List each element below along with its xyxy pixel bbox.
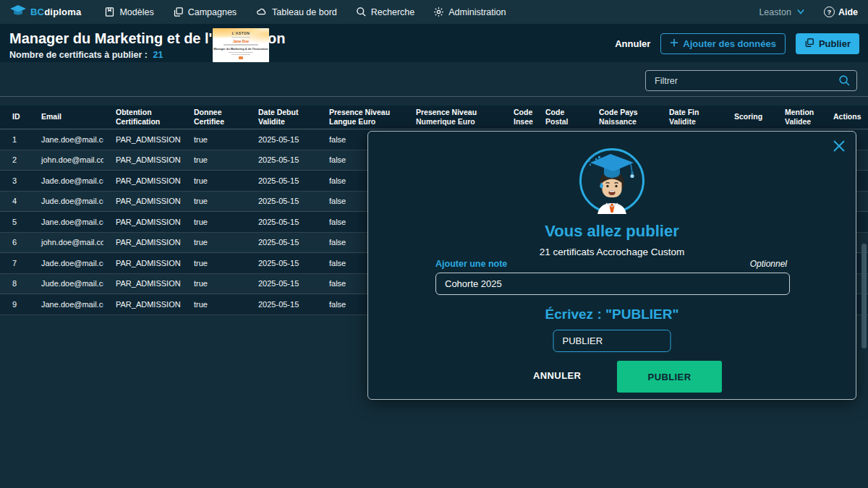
graduate-avatar [579,147,645,217]
modal-publish-button[interactable]: PUBLIER [617,361,722,393]
brand-logo[interactable]: BCdiploma [10,5,81,19]
cell-donnee: true [182,233,246,253]
certificate-decoration-line [229,52,253,53]
modal-title: Vous allez publier [368,222,856,241]
publish-header-button[interactable]: Publier [796,33,859,54]
table-header-row: ID Email Obtention Certification Donnee … [0,106,868,129]
cell-obtention: PAR_ADMISSION [103,171,182,191]
book-icon [104,7,115,17]
gear-icon [433,7,444,17]
column-header-code-insee: Code Insee [501,106,533,129]
cell-donnee: true [182,192,246,212]
filter-search-icon[interactable] [838,74,851,90]
cell-id: 7 [0,253,29,273]
column-header-actions: Actions [821,106,868,129]
nav-right-group: Leaston ? Aide [759,7,858,17]
cell-email: Jane.doe@mail.com [29,294,103,314]
publish-confirmation-modal: Vous allez publier 21 certificats Accroc… [367,131,856,400]
column-header-scoring: Scoring [722,106,773,129]
nav-item-administration[interactable]: Administration [433,7,506,17]
top-navbar: BCdiploma Modèles Campagnes Tableau de b… [0,0,868,24]
cell-email: Jade.doe@mail.com [29,171,103,191]
column-header-code-postal: Code Postal [533,106,587,129]
nav-item-tableau-de-bord[interactable]: Tableau de bord [255,7,337,17]
modal-cancel-button[interactable]: ANNULER [533,370,581,381]
cell-id: 4 [0,192,29,212]
certificates-count-value: 21 [153,50,163,60]
modal-subtitle: 21 certificats Accrochage Custom [368,247,856,257]
certificate-holder-name: Jane Doe [213,39,269,43]
cell-date-debut: 2025-05-15 [246,150,317,171]
certificate-decoration-line [231,37,250,38]
cell-donnee: true [182,294,246,314]
cell-id: 3 [0,171,29,191]
cell-email: Jane.doe@mail.com [29,129,103,150]
account-menu[interactable]: Leaston [759,7,804,17]
certificates-count-label: Nombre de certificats à publier : [9,50,148,60]
cell-donnee: true [182,171,246,191]
cell-obtention: PAR_ADMISSION [103,129,182,150]
cloud-icon [255,7,268,17]
confirm-instruction: Écrivez : "PUBLIER" [368,307,856,322]
nav-item-campagnes[interactable]: Campagnes [173,7,237,17]
column-header-date-fin: Date Fin Validite [657,106,722,129]
cell-date-debut: 2025-05-15 [246,233,317,253]
certificate-decoration-line [224,44,258,46]
certificates-count: Nombre de certificats à publier : 21 [9,50,163,60]
cancel-button[interactable]: Annuler [615,38,650,49]
close-icon[interactable] [832,139,846,153]
publish-header-label: Publier [819,38,851,49]
add-data-button[interactable]: Ajouter des données [660,33,786,54]
cell-date-debut: 2025-05-15 [246,171,317,191]
nav-item-label: Tableau de bord [272,7,337,17]
cell-obtention: PAR_ADMISSION [103,233,182,253]
cell-donnee: true [182,274,246,294]
cell-email: Jade.doe@mail.com [29,253,103,273]
cell-obtention: PAR_ADMISSION [103,212,182,232]
certificate-thumbnail[interactable]: L'ASTON Jane Doe Manager du Marketing & … [213,28,269,62]
brand-name: BCdiploma [30,7,81,17]
cell-id: 9 [0,294,29,314]
note-input[interactable] [435,273,790,295]
optional-label: Optionnel [750,259,787,269]
cell-obtention: PAR_ADMISSION [103,274,182,294]
chevron-down-icon [796,7,805,17]
cell-email: Jane.doe@mail.com [29,212,103,232]
column-header-presence-langue: Presence Niveau Langue Euro [317,106,404,129]
nav-item-modeles[interactable]: Modèles [104,7,153,17]
header-actions: Annuler Ajouter des données Publier [615,33,859,54]
nav-item-label: Administration [448,7,506,17]
cell-date-debut: 2025-05-15 [246,294,317,314]
cell-donnee: true [182,212,246,232]
column-header-presence-numerique: Presence Niveau Numerique Euro [404,106,501,129]
confirm-input[interactable] [553,330,671,352]
cell-date-debut: 2025-05-15 [246,192,317,212]
help-button[interactable]: ? Aide [824,7,858,17]
vertical-scrollbar-thumb[interactable] [861,244,867,348]
account-name: Leaston [759,7,791,17]
filter-input[interactable] [645,70,857,91]
cell-obtention: PAR_ADMISSION [103,253,182,273]
nav-item-label: Campagnes [188,7,237,17]
nav-item-label: Recherche [371,7,414,17]
cell-obtention: PAR_ADMISSION [103,294,182,314]
plus-icon [670,38,678,49]
cell-id: 5 [0,212,29,232]
column-header-mention: Mention Validee [773,106,821,129]
cell-id: 1 [0,129,29,150]
cell-donnee: true [182,150,246,171]
cell-obtention: PAR_ADMISSION [103,192,182,212]
graduation-cap-logo-icon [10,5,26,19]
certificate-decoration-line [231,54,250,56]
certificate-seal [239,56,243,59]
cell-date-debut: 2025-05-15 [246,253,317,273]
cell-donnee: true [182,129,246,150]
column-header-obtention: Obtention Certification [103,106,182,129]
column-header-code-pays: Code Pays Naissance [587,106,657,129]
certificate-title: Manager du Marketing & de l'Innovation [213,47,269,51]
nav-item-recherche[interactable]: Recherche [356,7,414,17]
cell-date-debut: 2025-05-15 [246,274,317,294]
search-icon [356,7,367,17]
column-header-donnee: Donnee Certifiee [182,106,246,129]
cell-obtention: PAR_ADMISSION [103,150,182,171]
